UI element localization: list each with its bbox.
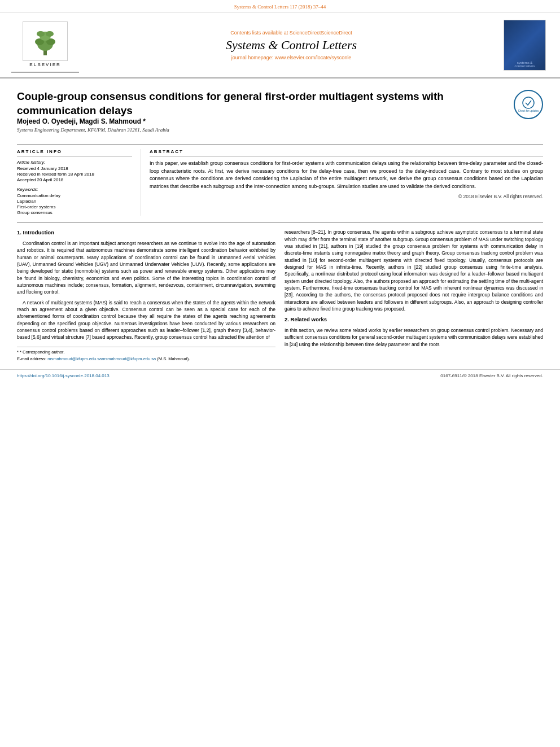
top-bar: Systems & Control Letters 117 (2018) 37–… [0, 0, 560, 12]
body-columns: 1. Introduction Coordination control is … [17, 229, 543, 364]
journal-homepage: journal homepage: www.elsevier.com/locat… [85, 55, 498, 60]
sciencedirect-link[interactable]: ScienceDirect [290, 30, 321, 36]
elsevier-logo-area: ELSEVIER [11, 17, 79, 73]
page-wrapper: Systems & Control Letters 117 (2018) 37–… [0, 0, 560, 747]
contents-label: Contents lists available at [230, 30, 288, 36]
abstract-header: ABSTRACT [150, 149, 543, 156]
doi-link[interactable]: https://doi.org/10.1016/j.sysconle.2018.… [17, 373, 110, 378]
footnote-email-label: E-mail address: [17, 356, 46, 361]
accepted-date: Accepted 20 April 2018 [17, 177, 132, 182]
contents-line: Contents lists available at ScienceDirec… [85, 30, 498, 36]
footnote-email-address[interactable]: msmahmoud@kfupm.edu.sa [47, 356, 102, 361]
keyword-4: Group consensus [17, 210, 132, 215]
svg-point-6 [46, 31, 54, 37]
copyright-line: © 2018 Elsevier B.V. All rights reserved… [150, 194, 543, 199]
check-updates-badge: Check for updates [514, 90, 543, 119]
page-footer: https://doi.org/10.1016/j.sysconle.2018.… [0, 369, 560, 382]
svg-point-7 [523, 97, 534, 108]
homepage-label: journal homepage: [231, 55, 274, 60]
journal-center: Contents lists available at ScienceDirec… [79, 30, 504, 60]
footer-issn: 0167-6911/© 2018 Elsevier B.V. All right… [440, 373, 543, 378]
title-block: Couple-group consensus conditions for ge… [17, 90, 508, 138]
authors: Mojeed O. Oyedeji, Magdi S. Mahmoud * [17, 117, 146, 125]
keyword-1: Communication delay [17, 193, 132, 198]
check-updates-icon [522, 97, 535, 109]
homepage-url[interactable]: www.elsevier.com/locate/sysconle [275, 55, 352, 60]
article-title: Couple-group consensus conditions for ge… [17, 90, 497, 117]
journal-cover-image: systems &control letters [504, 20, 546, 71]
section2-paragraph: In this section, we review some related … [285, 327, 543, 348]
abstract-text: In this paper, we establish group consen… [150, 160, 543, 190]
intro-paragraph-2: A network of multiagent systems (MAS) is… [17, 299, 275, 341]
journal-title: Systems & Control Letters [85, 38, 498, 53]
abstract-column: ABSTRACT In this paper, we establish gro… [141, 149, 543, 216]
history-label: Article history: [17, 160, 132, 165]
affiliation: Systems Engineering Department, KFUPM, D… [17, 127, 508, 133]
authors-line: Mojeed O. Oyedeji, Magdi S. Mahmoud * [17, 117, 508, 125]
journal-cover: systems &control letters [504, 20, 549, 71]
elsevier-tree-box [23, 21, 68, 61]
footnote-corresponding: * * Corresponding author. [17, 350, 275, 356]
left-body-column: 1. Introduction Coordination control is … [17, 229, 275, 364]
keyword-2: Laplacian [17, 199, 132, 204]
section1-title: 1. Introduction [17, 229, 275, 237]
received-date: Received 4 January 2018 [17, 166, 132, 171]
svg-point-5 [37, 31, 45, 37]
elsevier-logo: ELSEVIER [23, 21, 68, 67]
article-title-section: Couple-group consensus conditions for ge… [17, 90, 543, 139]
footnote-email-line: E-mail address: msmahmoud@kfupm.edu.sams… [17, 356, 275, 362]
footnote-corresponding-label: * Corresponding author. [20, 350, 64, 355]
footnote-email-name: (M.S. Mahmoud). [157, 356, 190, 361]
intro-paragraph-1: Coordination control is an important sub… [17, 240, 275, 296]
section-divider [17, 222, 543, 223]
keyword-3: First-order systems [17, 204, 132, 209]
article-info-header: ARTICLE INFO [17, 149, 132, 156]
journal-header: ELSEVIER Contents lists available at Sci… [0, 12, 560, 78]
article-meta: ARTICLE INFO Article history: Received 4… [17, 144, 543, 216]
elsevier-tree-svg [28, 26, 62, 57]
keywords-label: Keywords: [17, 187, 132, 192]
article-content: Couple-group consensus conditions for ge… [0, 78, 560, 369]
right-paragraph-1: researchers [8–21]. In group consensus, … [285, 229, 543, 312]
article-info-column: ARTICLE INFO Article history: Received 4… [17, 149, 141, 216]
section2-title: 2. Related works [285, 316, 543, 324]
elsevier-label: ELSEVIER [29, 62, 61, 67]
right-body-column: researchers [8–21]. In group consensus, … [285, 229, 543, 364]
footnote-area: * * Corresponding author. E-mail address… [17, 347, 275, 363]
journal-reference: Systems & Control Letters 117 (2018) 37–… [234, 4, 326, 10]
check-updates-label: Check for updates [518, 110, 539, 112]
received-revised-date: Received in revised form 18 April 2018 [17, 172, 132, 177]
